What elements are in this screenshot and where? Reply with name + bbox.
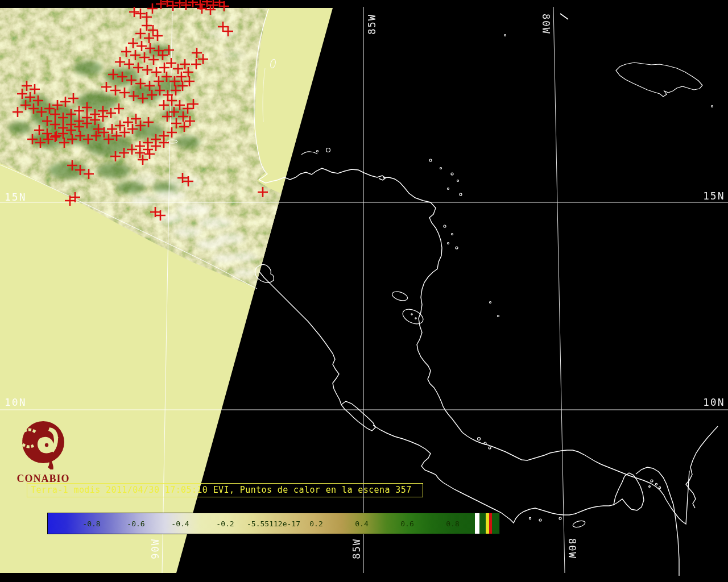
grid-label-80w-top: 80W	[540, 14, 552, 35]
colorbar-tick-label: -0.4	[171, 519, 189, 528]
colorbar-tick-label: -0.6	[127, 519, 144, 528]
grid-label-90w-bottom: 90W	[150, 538, 161, 559]
fire-hotspot-cross	[175, 0, 185, 8]
lakes-and-islands	[255, 14, 713, 529]
grid-label-15n-right: 15N	[703, 190, 725, 202]
evi-colorbar: -0.8-0.6-0.4-0.2-5.55112e-170.20.40.60.8	[47, 513, 500, 534]
conabio-wordmark: CONABIO	[16, 473, 71, 485]
colorbar-tick-label: 0.6	[400, 519, 413, 528]
grid-label-10n-right: 10N	[703, 396, 725, 408]
grid-label-10n-left: 10N	[5, 396, 27, 408]
colorbar-tick-label: -5.55112e-17	[247, 519, 300, 528]
colorbar-tick-label: 0.8	[446, 519, 459, 528]
grid-label-15n-left: 15N	[5, 191, 27, 203]
fire-hotspot-cross	[188, 0, 198, 7]
grid-label-80w-bottom: 80W	[566, 538, 578, 559]
colorbar-tick-label: 0.4	[355, 519, 368, 528]
conabio-logo: CONABIO	[16, 418, 71, 485]
conabio-emblem-icon	[18, 418, 69, 469]
grid-label-85w-top: 85W	[366, 14, 378, 35]
grid-label-85w-bottom: 85W	[351, 538, 362, 559]
satellite-map-product: 85W 80W 90W 85W 80W 15N 15N 10N 10N CONA…	[0, 0, 728, 582]
colorbar-marker-stripe	[489, 513, 492, 534]
colorbar-tick-label: 0.2	[309, 519, 322, 528]
colorbar-tick-label: -0.8	[82, 519, 100, 528]
colorbar-tick-label: -0.2	[216, 519, 234, 528]
colorbar-marker-stripe	[475, 513, 479, 534]
scene-title-banner: Terra-1 modis 2011/04/30 17:05:10 EVI, P…	[27, 483, 423, 497]
